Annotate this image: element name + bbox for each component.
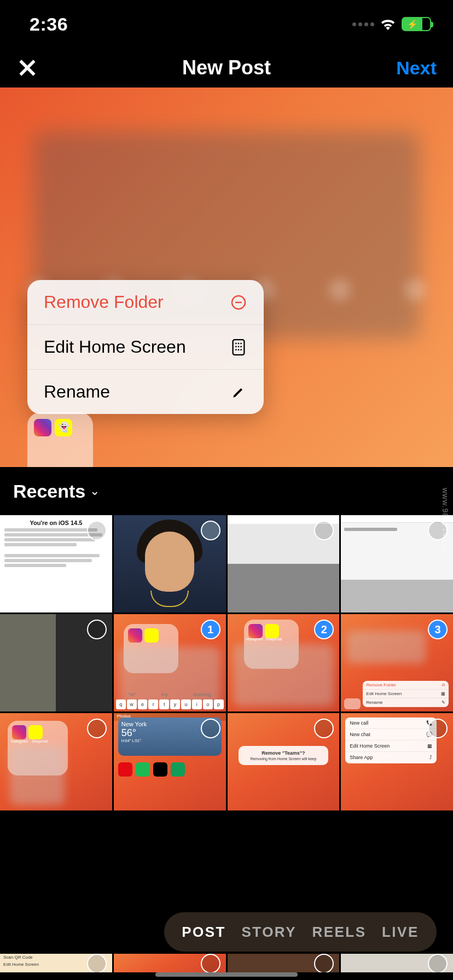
app-label: Snapchat	[32, 739, 48, 743]
mode-post[interactable]: POST	[182, 924, 226, 941]
photo-grid-partial: Scan QR Code Edit Home Screen	[0, 954, 453, 972]
app-label: Snapchat	[266, 637, 282, 641]
photo-grid: You're on iOS 14.5 "m" my morning q	[0, 515, 453, 810]
kbd-key: o	[203, 699, 213, 709]
select-ring[interactable]	[201, 521, 220, 540]
folder-preview	[27, 412, 93, 467]
select-ring[interactable]	[201, 719, 220, 738]
app-label: Instagram	[246, 637, 263, 641]
mini-menu: New call📞 New chat💬 Edit Home Screen▦ Sh…	[345, 718, 437, 763]
kbd-key: u	[181, 699, 191, 709]
photo-thumb[interactable]: Instagram Snapchat 2	[228, 614, 340, 711]
select-ring[interactable]	[428, 954, 448, 972]
page-title: New Post	[182, 56, 271, 79]
photo-thumb[interactable]: "m" my morning q w e r t y u i o p 1	[114, 614, 226, 711]
chevron-down-icon: ⌄	[90, 484, 100, 498]
select-ring[interactable]	[87, 620, 107, 639]
select-ring[interactable]	[201, 954, 220, 972]
weather-hilo: H:64° L:51°	[121, 739, 218, 743]
popup-title: Remove "Teams"?	[243, 750, 324, 756]
app-label: Instagram	[11, 739, 28, 743]
photo-thumb[interactable]: Remove "Teams"? Removing from Home Scree…	[228, 713, 340, 810]
snapchat-icon	[144, 628, 159, 643]
context-menu-edit-home-screen: Edit Home Screen	[27, 325, 264, 370]
kbd-key: i	[192, 699, 202, 709]
album-label: Recents	[13, 481, 85, 502]
context-menu-rename: Rename	[27, 370, 264, 414]
kbd-key: t	[159, 699, 169, 709]
select-badge[interactable]: 2	[314, 620, 334, 639]
spotify-icon	[136, 762, 150, 777]
photo-thumb[interactable]	[341, 515, 453, 612]
photo-thumb[interactable]: Scan QR Code Edit Home Screen	[0, 954, 112, 972]
instagram-icon	[34, 419, 51, 436]
select-badge[interactable]: 1	[201, 620, 220, 639]
app-icon	[171, 762, 185, 777]
mode-live[interactable]: LIVE	[382, 924, 419, 941]
svg-point-12	[238, 349, 240, 351]
status-bar: 2:36 ⚡	[0, 0, 453, 48]
photo-thumb[interactable]: Instagram Snapchat	[0, 713, 112, 810]
snapchat-icon	[55, 419, 72, 436]
photo-thumb[interactable]: Photos New York 56° H:64° L:51°	[114, 713, 226, 810]
select-ring[interactable]	[87, 954, 107, 972]
svg-point-9	[238, 346, 240, 347]
wifi-icon	[380, 18, 396, 30]
kbd-key: w	[127, 699, 137, 709]
battery-icon: ⚡	[402, 17, 431, 31]
instagram-icon	[248, 624, 263, 638]
svg-point-5	[235, 342, 237, 344]
context-menu-label: Edit Home Screen	[44, 337, 186, 357]
kbd-key: q	[116, 699, 126, 709]
nav-header: New Post Next	[0, 48, 453, 88]
photo-thumb[interactable]: You're on iOS 14.5	[0, 515, 112, 612]
next-button[interactable]: Next	[396, 57, 437, 79]
status-time: 2:36	[30, 14, 68, 35]
kbd-key: r	[148, 699, 158, 709]
photo-thumb[interactable]	[114, 954, 226, 972]
instagram-icon	[128, 628, 142, 643]
mode-story[interactable]: STORY	[241, 924, 297, 941]
select-badge[interactable]: 3	[428, 620, 448, 639]
instagram-icon	[12, 725, 26, 739]
select-ring[interactable]	[314, 954, 334, 972]
album-picker[interactable]: Recents ⌄	[0, 467, 453, 515]
kbd-suggestion: my	[161, 692, 168, 697]
mini-context-menu: Remove Folder⊖ Edit Home Screen▦ Rename✎	[363, 681, 449, 707]
kbd-key: p	[214, 699, 224, 709]
mode-reels[interactable]: REELS	[312, 924, 366, 941]
netflix-icon	[118, 762, 132, 777]
photo-thumb[interactable]	[341, 954, 453, 972]
pencil-icon	[230, 383, 247, 401]
charging-bolt-icon: ⚡	[407, 19, 418, 30]
minus-circle-icon	[230, 294, 247, 311]
select-ring[interactable]	[314, 719, 334, 738]
cell-signal-icon	[352, 22, 374, 26]
select-ring[interactable]	[87, 719, 107, 738]
home-indicator[interactable]	[155, 972, 298, 977]
photo-thumb[interactable]	[228, 515, 340, 612]
snapchat-icon	[28, 725, 43, 739]
kbd-suggestion: morning	[193, 692, 211, 697]
select-ring[interactable]	[87, 521, 107, 540]
photo-thumb[interactable]	[0, 614, 112, 711]
photo-thumb[interactable]	[228, 954, 340, 972]
svg-point-13	[240, 349, 242, 351]
tiktok-icon	[153, 762, 167, 777]
context-menu-remove-folder: Remove Folder	[27, 280, 264, 325]
close-button[interactable]	[16, 57, 38, 79]
context-menu-label: Rename	[44, 382, 110, 402]
photo-thumb[interactable]: New call📞 New chat💬 Edit Home Screen▦ Sh…	[341, 713, 453, 810]
select-ring[interactable]	[314, 521, 334, 540]
kbd-key: e	[138, 699, 148, 709]
kbd-suggestion: "m"	[129, 692, 136, 697]
photo-thumb[interactable]: Remove Folder⊖ Edit Home Screen▦ Rename✎…	[341, 614, 453, 711]
select-ring[interactable]	[428, 719, 448, 738]
close-icon	[17, 57, 38, 78]
svg-point-11	[235, 349, 237, 351]
context-menu-label: Remove Folder	[44, 292, 164, 312]
selected-photo-preview[interactable]: Remove Folder Edit Home Screen Rename	[0, 88, 453, 467]
ios-context-menu: Remove Folder Edit Home Screen Rename	[27, 280, 264, 414]
photo-thumb[interactable]	[114, 515, 226, 612]
post-mode-picker[interactable]: POST STORY REELS LIVE	[164, 912, 437, 952]
